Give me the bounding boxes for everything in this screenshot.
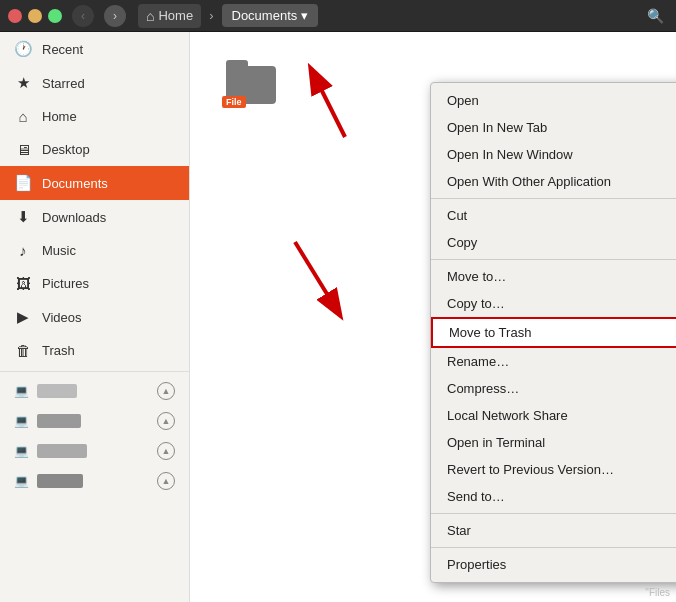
menu-item-local-network[interactable]: Local Network Share (431, 402, 676, 429)
forward-button[interactable]: › (104, 5, 126, 27)
menu-separator (431, 198, 676, 199)
sidebar-item-recent[interactable]: 🕐 Recent (0, 32, 189, 66)
menu-item-label: Open With Other Application (447, 174, 611, 189)
sidebar-item-home[interactable]: ⌂ Home (0, 100, 189, 133)
menu-item-label: Star (447, 523, 471, 538)
main-layout: 🕐 Recent ★ Starred ⌂ Home 🖥 Desktop 📄 Do… (0, 32, 676, 602)
sidebar-item-downloads[interactable]: ⬇ Downloads (0, 200, 189, 234)
maximize-button[interactable] (48, 9, 62, 23)
drive-icon: 💻 (14, 444, 29, 458)
menu-item-move-to[interactable]: Move to… (431, 263, 676, 290)
menu-separator (431, 259, 676, 260)
sidebar-item-videos[interactable]: ▶ Videos (0, 300, 189, 334)
menu-item-properties[interactable]: Properties Ctrl+I (431, 551, 676, 578)
menu-item-label: Revert to Previous Version… (447, 462, 614, 477)
menu-item-open-terminal[interactable]: Open in Terminal (431, 429, 676, 456)
menu-item-label: Rename… (447, 354, 509, 369)
sidebar-item-music[interactable]: ♪ Music (0, 234, 189, 267)
arrow-down (285, 232, 355, 322)
device-item-3[interactable]: 💻 ▲ (0, 436, 189, 466)
folder-icon-area: File (226, 60, 278, 104)
desktop-icon: 🖥 (14, 141, 32, 158)
home-icon: ⌂ (14, 108, 32, 125)
drive-icon: 💻 (14, 414, 29, 428)
menu-item-label: Move to… (447, 269, 506, 284)
eject-button[interactable]: ▲ (157, 442, 175, 460)
drive-icon: 💻 (14, 384, 29, 398)
context-menu: Open Return Open In New Tab Ctrl+Return … (430, 82, 676, 583)
sidebar-item-documents[interactable]: 📄 Documents (0, 166, 189, 200)
trash-icon: 🗑 (14, 342, 32, 359)
menu-item-rename[interactable]: Rename… F2 (431, 348, 676, 375)
sidebar-item-label: Music (42, 243, 76, 258)
back-button[interactable]: ‹ (72, 5, 94, 27)
device-item-4[interactable]: 💻 ▲ (0, 466, 189, 496)
videos-icon: ▶ (14, 308, 32, 326)
menu-item-cut[interactable]: Cut Ctrl+X (431, 202, 676, 229)
device-item-1[interactable]: 💻 ▲ (0, 376, 189, 406)
menu-item-label: Send to… (447, 489, 505, 504)
menu-item-label: Copy to… (447, 296, 505, 311)
menu-item-open-new-window[interactable]: Open In New Window Shift+Return (431, 141, 676, 168)
close-button[interactable] (8, 9, 22, 23)
sidebar-item-label: Downloads (42, 210, 106, 225)
eject-button[interactable]: ▲ (157, 382, 175, 400)
sidebar-item-trash[interactable]: 🗑 Trash (0, 334, 189, 367)
music-icon: ♪ (14, 242, 32, 259)
pictures-icon: 🖼 (14, 275, 32, 292)
minimize-button[interactable] (28, 9, 42, 23)
menu-item-compress[interactable]: Compress… (431, 375, 676, 402)
menu-item-open-with[interactable]: Open With Other Application (431, 168, 676, 195)
breadcrumb-separator: › (209, 8, 213, 23)
menu-item-label: Open in Terminal (447, 435, 545, 450)
current-label: Documents (232, 8, 298, 23)
menu-item-label: Open In New Window (447, 147, 573, 162)
sidebar-item-label: Starred (42, 76, 85, 91)
device-thumb (37, 384, 77, 398)
menu-item-send-to[interactable]: Send to… (431, 483, 676, 510)
device-thumb (37, 444, 87, 458)
search-button[interactable]: 🔍 (642, 3, 668, 29)
sidebar-item-starred[interactable]: ★ Starred (0, 66, 189, 100)
eject-button[interactable]: ▲ (157, 412, 175, 430)
menu-item-label: Open (447, 93, 479, 108)
sidebar-item-label: Recent (42, 42, 83, 57)
dropdown-icon: ▾ (301, 8, 308, 23)
documents-icon: 📄 (14, 174, 32, 192)
device-thumb (37, 474, 83, 488)
sidebar-item-label: Trash (42, 343, 75, 358)
menu-item-open[interactable]: Open Return (431, 87, 676, 114)
sidebar-item-label: Pictures (42, 276, 89, 291)
menu-separator (431, 547, 676, 548)
menu-item-label: Properties (447, 557, 506, 572)
menu-item-copy[interactable]: Copy Ctrl+C (431, 229, 676, 256)
folder-icon[interactable]: File (226, 60, 278, 104)
menu-item-move-trash[interactable]: Move to Trash Delete (431, 317, 676, 348)
menu-item-open-new-tab[interactable]: Open In New Tab Ctrl+Return (431, 114, 676, 141)
sidebar-item-desktop[interactable]: 🖥 Desktop (0, 133, 189, 166)
menu-item-label: Cut (447, 208, 467, 223)
menu-item-label: Compress… (447, 381, 519, 396)
menu-item-label: Local Network Share (447, 408, 568, 423)
downloads-icon: ⬇ (14, 208, 32, 226)
arrow-up (305, 62, 365, 142)
menu-item-label: Copy (447, 235, 477, 250)
menu-item-copy-to[interactable]: Copy to… (431, 290, 676, 317)
home-breadcrumb[interactable]: ⌂ Home (138, 4, 201, 28)
menu-item-revert[interactable]: Revert to Previous Version… (431, 456, 676, 483)
sidebar-item-pictures[interactable]: 🖼 Pictures (0, 267, 189, 300)
sidebar-item-label: Videos (42, 310, 82, 325)
svg-line-1 (315, 77, 345, 137)
recent-icon: 🕐 (14, 40, 32, 58)
menu-item-label: Move to Trash (449, 325, 531, 340)
drive-icon: 💻 (14, 474, 29, 488)
home-icon: ⌂ (146, 8, 154, 24)
device-thumb (37, 414, 81, 428)
current-breadcrumb[interactable]: Documents ▾ (222, 4, 319, 27)
device-item-2[interactable]: 💻 ▲ (0, 406, 189, 436)
sidebar-item-label: Documents (42, 176, 108, 191)
menu-item-star[interactable]: Star (431, 517, 676, 544)
svg-line-3 (295, 242, 335, 307)
eject-button[interactable]: ▲ (157, 472, 175, 490)
sidebar-divider (0, 371, 189, 372)
